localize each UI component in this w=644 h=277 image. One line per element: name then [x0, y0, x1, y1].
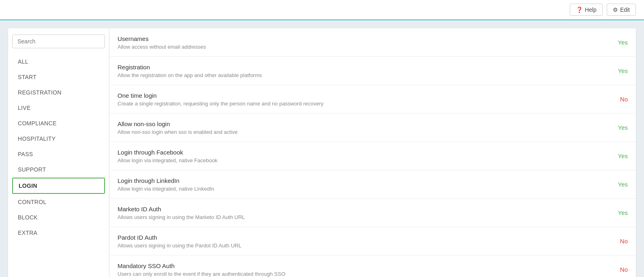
feature-info: RegistrationAllow the registration on th… [118, 64, 612, 78]
sidebar-item-login[interactable]: LOGIN [12, 178, 105, 194]
feature-description: Users can only enroll to the event if th… [118, 271, 612, 277]
sidebar-item-block[interactable]: BLOCK [12, 210, 105, 225]
gear-icon: ⚙ [613, 6, 618, 13]
feature-description: Allow the registration on the app and ot… [118, 72, 612, 78]
feature-value: No [612, 266, 628, 273]
feature-info: Marketo ID AuthAllows users signing in u… [118, 206, 612, 220]
feature-info: Login through LinkedInAllow login via in… [118, 177, 612, 192]
sidebar-item-registration[interactable]: REGISTRATION [12, 85, 105, 100]
feature-row[interactable]: Mandatory SSO AuthUsers can only enroll … [109, 256, 636, 277]
feature-description: Allows users signing in using the Pardot… [118, 243, 612, 249]
feature-row[interactable]: UsernamesAllow access without email addr… [109, 28, 636, 57]
sidebar-item-compliance[interactable]: COMPLIANCE [12, 116, 105, 131]
feature-row[interactable]: Login through LinkedInAllow login via in… [109, 170, 636, 199]
feature-title: Login through Facebook [118, 149, 612, 156]
help-label: Help [585, 6, 597, 13]
edit-label: Edit [620, 6, 630, 13]
feature-row[interactable]: Pardot ID AuthAllows users signing in us… [109, 227, 636, 256]
feature-title: Pardot ID Auth [118, 234, 612, 241]
sidebar-item-extra[interactable]: EXTRA [12, 225, 105, 240]
sidebar: ALLSTARTREGISTRATIONLIVECOMPLIANCEHOSPIT… [8, 28, 109, 277]
feature-description: Create a single registration, requesting… [118, 101, 612, 107]
feature-value: Yes [612, 152, 628, 159]
feature-description: Allow access without email addresses [118, 44, 612, 50]
feature-info: UsernamesAllow access without email addr… [118, 35, 612, 50]
feature-value: No [612, 238, 628, 245]
feature-title: Marketo ID Auth [118, 206, 612, 213]
top-bar: ❓ Help ⚙ Edit [0, 0, 644, 20]
feature-row[interactable]: Login through FacebookAllow login via in… [109, 142, 636, 170]
feature-title: Login through LinkedIn [118, 177, 612, 184]
edit-button[interactable]: ⚙ Edit [607, 4, 636, 16]
sidebar-item-support[interactable]: SUPPORT [12, 162, 105, 177]
nav-list: ALLSTARTREGISTRATIONLIVECOMPLIANCEHOSPIT… [12, 54, 105, 240]
help-icon: ❓ [576, 6, 583, 13]
search-input[interactable] [12, 34, 105, 48]
feature-value: Yes [612, 39, 628, 46]
feature-description: Allow non-sso login when sso is enabled … [118, 129, 612, 135]
feature-title: Usernames [118, 35, 612, 42]
feature-value: Yes [612, 209, 628, 216]
main-layout: ALLSTARTREGISTRATIONLIVECOMPLIANCEHOSPIT… [8, 28, 636, 277]
feature-title: One time login [118, 92, 612, 99]
feature-value: Yes [612, 181, 628, 188]
sidebar-item-live[interactable]: LIVE [12, 101, 105, 115]
feature-info: Allow non-sso loginAllow non-sso login w… [118, 120, 612, 135]
sidebar-item-all[interactable]: ALL [12, 54, 105, 69]
feature-description: Allow login via integrated, native Linke… [118, 186, 612, 192]
feature-description: Allow login via integrated, native Faceb… [118, 157, 612, 163]
sidebar-item-hospitality[interactable]: HOSPITALITY [12, 131, 105, 146]
feature-info: Login through FacebookAllow login via in… [118, 149, 612, 163]
feature-value: No [612, 96, 628, 103]
feature-list: UsernamesAllow access without email addr… [109, 28, 636, 277]
sidebar-item-start[interactable]: START [12, 70, 105, 84]
feature-title: Registration [118, 64, 612, 71]
content-area[interactable]: UsernamesAllow access without email addr… [109, 28, 636, 277]
feature-title: Allow non-sso login [118, 120, 612, 127]
feature-row[interactable]: Allow non-sso loginAllow non-sso login w… [109, 114, 636, 142]
feature-info: Pardot ID AuthAllows users signing in us… [118, 234, 612, 249]
feature-description: Allows users signing in using the Market… [118, 214, 612, 220]
sidebar-item-control[interactable]: CONTROL [12, 195, 105, 209]
feature-value: Yes [612, 124, 628, 131]
sidebar-item-pass[interactable]: PASS [12, 147, 105, 161]
feature-title: Mandatory SSO Auth [118, 262, 612, 269]
help-button[interactable]: ❓ Help [570, 4, 603, 16]
feature-info: Mandatory SSO AuthUsers can only enroll … [118, 262, 612, 277]
feature-info: One time loginCreate a single registrati… [118, 92, 612, 107]
feature-row[interactable]: Marketo ID AuthAllows users signing in u… [109, 199, 636, 227]
feature-row[interactable]: One time loginCreate a single registrati… [109, 85, 636, 114]
feature-row[interactable]: RegistrationAllow the registration on th… [109, 57, 636, 85]
feature-value: Yes [612, 67, 628, 74]
